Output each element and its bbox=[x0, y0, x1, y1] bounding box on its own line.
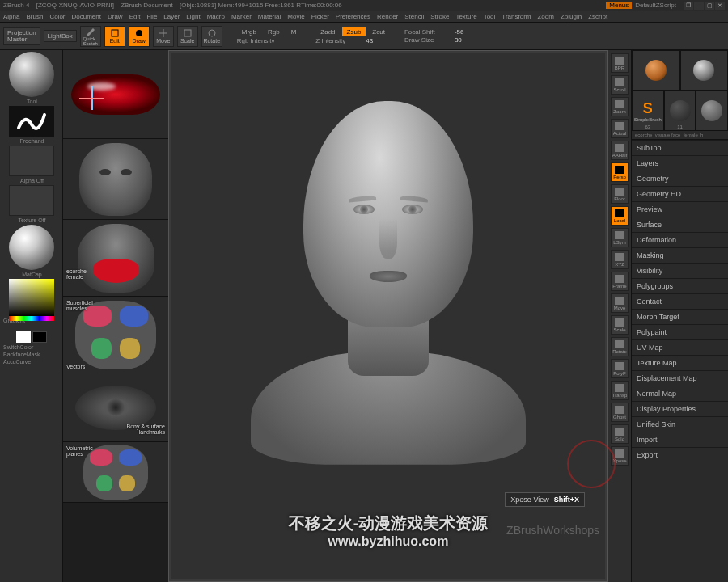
rail-persp-button[interactable]: Persp bbox=[611, 162, 629, 182]
material-preview[interactable] bbox=[9, 225, 54, 270]
rail-transp-button[interactable]: Transp bbox=[611, 381, 629, 400]
brush-cell-face[interactable] bbox=[632, 50, 680, 91]
projection-master-button[interactable]: Projection Master bbox=[3, 27, 40, 45]
rail-scale-button[interactable]: Scale bbox=[611, 315, 629, 335]
section-texture-map[interactable]: Texture Map bbox=[632, 355, 728, 370]
menu-texture[interactable]: Texture bbox=[455, 13, 476, 20]
menu-alpha[interactable]: Alpha bbox=[3, 13, 19, 20]
rail-actual-button[interactable]: Actual bbox=[611, 119, 629, 138]
menu-picker[interactable]: Picker bbox=[311, 13, 329, 20]
zsub-toggle[interactable]: Zsub bbox=[342, 27, 366, 36]
menu-stroke[interactable]: Stroke bbox=[430, 13, 449, 20]
rail-aahalf-button[interactable]: AAHalf bbox=[611, 141, 629, 160]
section-uv-map[interactable]: UV Map bbox=[632, 340, 728, 355]
reference-thumb-planes[interactable]: Volumetric planes bbox=[63, 442, 168, 503]
menu-transform[interactable]: Transform bbox=[502, 13, 531, 20]
zscript-label[interactable]: DefaultZScript bbox=[635, 2, 676, 9]
section-surface[interactable]: Surface bbox=[632, 217, 728, 232]
rail-ghost-button[interactable]: Ghost bbox=[611, 403, 629, 422]
texture-slot[interactable] bbox=[9, 185, 54, 216]
rail-polyf-button[interactable]: PolyF bbox=[611, 359, 629, 378]
menu-brush[interactable]: Brush bbox=[26, 13, 43, 20]
lightbox-button[interactable]: LightBox bbox=[44, 30, 77, 42]
menu-layer[interactable]: Layer bbox=[163, 13, 180, 20]
section-layers[interactable]: Layers bbox=[632, 155, 728, 171]
section-displacement-map[interactable]: Displacement Map bbox=[632, 370, 728, 386]
menu-material[interactable]: Material bbox=[258, 13, 281, 20]
alpha-slot[interactable] bbox=[9, 146, 54, 176]
menu-render[interactable]: Render bbox=[377, 13, 398, 20]
menus-button[interactable]: Menus bbox=[606, 2, 632, 9]
rail-zoom-button[interactable]: Zoom bbox=[611, 97, 629, 116]
rgb-intensity-slider[interactable]: Rgb Intensity bbox=[237, 37, 286, 44]
close-icon[interactable]: ✕ bbox=[715, 2, 725, 10]
menu-edit[interactable]: Edit bbox=[129, 13, 141, 20]
reference-thumb-color-zones[interactable]: Superficial muscles Vectors bbox=[63, 297, 168, 373]
move-mode-button[interactable]: Move bbox=[153, 26, 174, 47]
rail-solo-button[interactable]: Solo bbox=[611, 424, 629, 444]
color-picker[interactable] bbox=[9, 279, 54, 316]
menu-color[interactable]: Color bbox=[49, 13, 65, 20]
zcut-toggle[interactable]: Zcut bbox=[367, 27, 390, 36]
rail-frame-button[interactable]: Frame bbox=[611, 272, 629, 291]
section-preview[interactable]: Preview bbox=[632, 201, 728, 217]
rail-bpr-button[interactable]: BPR bbox=[611, 53, 629, 73]
brush-cell-eraser[interactable] bbox=[696, 91, 728, 131]
minimize-icon[interactable]: — bbox=[694, 2, 704, 10]
section-contact[interactable]: Contact bbox=[632, 293, 728, 309]
accu-curve-toggle[interactable]: AccuCurve bbox=[2, 359, 61, 365]
draw-size-slider[interactable]: Draw Size bbox=[404, 36, 453, 44]
section-visibility[interactable]: Visibility bbox=[632, 263, 728, 278]
rail-xyz-button[interactable]: XYZ bbox=[611, 250, 629, 269]
focal-shift-slider[interactable]: Focal Shift bbox=[404, 28, 453, 36]
menu-preferences[interactable]: Preferences bbox=[336, 13, 370, 20]
quick-sketch-button[interactable]: Quick Sketch bbox=[80, 26, 101, 47]
menu-light[interactable]: Light bbox=[186, 13, 200, 20]
swatch-secondary[interactable] bbox=[32, 331, 47, 343]
m-toggle[interactable]: M bbox=[286, 27, 302, 36]
mrgb-toggle[interactable]: Mrgb bbox=[237, 27, 261, 36]
menu-draw[interactable]: Draw bbox=[108, 13, 123, 20]
section-polypaint[interactable]: Polypaint bbox=[632, 324, 728, 340]
section-morph-target[interactable]: Morph Target bbox=[632, 309, 728, 324]
switch-color-button[interactable]: SwitchColor bbox=[2, 344, 61, 350]
section-geometry-hd[interactable]: Geometry HD bbox=[632, 186, 728, 201]
rail-move-button[interactable]: Move bbox=[611, 293, 629, 313]
menu-document[interactable]: Document bbox=[72, 13, 101, 20]
section-normal-map[interactable]: Normal Map bbox=[632, 386, 728, 401]
reference-thumb-face-gray[interactable] bbox=[63, 139, 168, 220]
z-intensity-slider[interactable]: Z Intensity bbox=[315, 37, 364, 44]
brush-cell-sphere[interactable] bbox=[680, 50, 729, 91]
brush-cell-alpha[interactable]: 11 bbox=[664, 91, 696, 131]
rail-local-button[interactable]: Local bbox=[611, 206, 629, 226]
zadd-toggle[interactable]: Zadd bbox=[315, 27, 340, 36]
menu-macro[interactable]: Macro bbox=[207, 13, 225, 20]
brush-preview[interactable] bbox=[9, 52, 54, 97]
window-restore-icon[interactable]: ❐ bbox=[684, 2, 693, 10]
section-subtool[interactable]: SubTool bbox=[632, 140, 728, 155]
hue-strip[interactable] bbox=[9, 316, 54, 321]
edit-mode-button[interactable]: Edit bbox=[104, 26, 125, 47]
rail-scroll-button[interactable]: Scroll bbox=[611, 75, 629, 95]
reference-thumb-eye[interactable]: Bony & surface landmarks bbox=[63, 373, 168, 442]
maximize-icon[interactable]: ▢ bbox=[705, 2, 714, 10]
rail-rotate-button[interactable]: Rotate bbox=[611, 337, 629, 356]
reference-thumb-face-mask[interactable]: ecorche female bbox=[63, 220, 168, 297]
menu-zplugin[interactable]: Zplugin bbox=[561, 13, 582, 20]
section-masking[interactable]: Masking bbox=[632, 247, 728, 263]
brush-cell-simple[interactable]: SSimpleBrush63 bbox=[632, 91, 664, 131]
section-display-properties[interactable]: Display Properties bbox=[632, 401, 728, 416]
scale-mode-button[interactable]: Scale bbox=[177, 26, 198, 47]
menu-movie[interactable]: Movie bbox=[287, 13, 304, 20]
menu-file[interactable]: File bbox=[146, 13, 157, 20]
section-polygroups[interactable]: Polygroups bbox=[632, 278, 728, 293]
rgb-toggle[interactable]: Rgb bbox=[263, 27, 285, 36]
viewport[interactable]: Xpose ViewShift+X 不移之火-动漫游戏美术资源 www.byzh… bbox=[168, 50, 608, 582]
menu-tool[interactable]: Tool bbox=[484, 13, 496, 20]
draw-mode-button[interactable]: Draw bbox=[129, 26, 150, 47]
rotate-mode-button[interactable]: Rotate bbox=[201, 26, 222, 47]
backface-mask-toggle[interactable]: BackfaceMask bbox=[2, 352, 61, 357]
menu-zscript[interactable]: Zscript bbox=[588, 13, 607, 20]
section-export[interactable]: Export bbox=[632, 447, 728, 462]
stroke-preview[interactable] bbox=[9, 106, 54, 137]
